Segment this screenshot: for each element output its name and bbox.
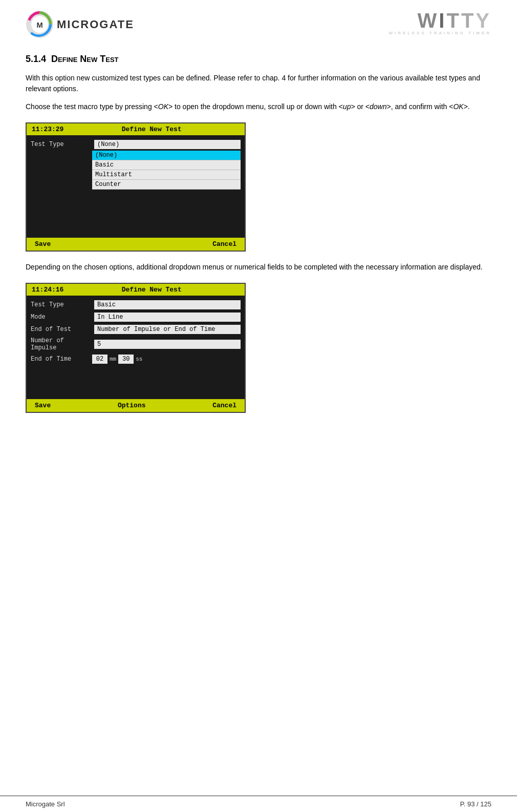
paragraph-1: With this option new customized test typ… — [26, 73, 491, 94]
screen2-ss-unit: ss — [136, 356, 142, 362]
footer-page: P. 93 / 125 — [460, 800, 491, 808]
screen2-mm-unit: mm — [110, 356, 116, 362]
screen1-save-btn: Save — [35, 240, 51, 248]
screen1-testtype-label: Test Type — [31, 141, 92, 148]
screen1-testtype-value: (None) — [94, 140, 241, 149]
page-footer: Microgate Srl P. 93 / 125 — [0, 796, 517, 812]
screen-2: 11:24:16 Define New Test Test Type Basic… — [26, 283, 246, 413]
screen2-testtype-row: Test Type Basic — [27, 299, 245, 311]
witty-subtitle: WIRELESS TRAINING TIMER — [389, 31, 491, 35]
screen2-mode-label: Mode — [31, 314, 92, 321]
witty-big-text: WITTY — [389, 10, 491, 31]
screen2-endoftime-row: End of Time 02 mm 30 ss — [27, 353, 245, 365]
screen2-cancel-btn: Cancel — [212, 402, 236, 409]
screen2-endoftest-row: End of Test Number of Impulse or End of … — [27, 323, 245, 336]
screen2-testtype-label: Test Type — [31, 301, 92, 308]
screen2-footer: Save Options Cancel — [27, 399, 245, 412]
dropdown-item-counter: Counter — [92, 180, 241, 190]
screen2-time: 11:24:16 — [32, 286, 63, 294]
screen-1: 11:23:29 Define New Test Test Type (None… — [26, 122, 246, 252]
screen1-dropdown: (None) Basic Multistart Counter — [92, 151, 241, 190]
screen2-body: Test Type Basic Mode In Line End of Test… — [27, 296, 245, 399]
dropdown-item-none: (None) — [92, 151, 241, 160]
screen2-options-btn: Options — [118, 402, 146, 409]
screen2-endoftime-label: End of Time — [31, 356, 92, 363]
microgate-logo: M MICROGATE — [26, 10, 134, 38]
screen2-mode-row: Mode In Line — [27, 311, 245, 323]
screen2-endoftime-value: 02 mm 30 ss — [92, 355, 142, 364]
screen2-title: Define New Test — [122, 286, 182, 294]
screen2-testtype-value: Basic — [94, 300, 241, 309]
screen2-numimpulse-value: 5 — [94, 340, 241, 349]
screen1-cancel-btn: Cancel — [212, 240, 236, 248]
screen2-titlebar: 11:24:16 Define New Test — [27, 284, 245, 296]
screen1-testtype-row: Test Type (None) — [27, 138, 245, 151]
screen1-footer: Save Cancel — [27, 238, 245, 251]
witty-logo: WITTY WIRELESS TRAINING TIMER — [389, 10, 491, 35]
dropdown-item-multistart: Multistart — [92, 170, 241, 180]
footer-company: Microgate Srl — [26, 800, 65, 808]
screen1-titlebar: 11:23:29 Define New Test — [27, 123, 245, 135]
screen2-save-btn: Save — [35, 402, 51, 409]
screen1-body: Test Type (None) (None) Basic Multistart… — [27, 135, 245, 238]
svg-text:M: M — [36, 21, 42, 29]
section-title: 5.1.4 Define New Test — [26, 54, 491, 65]
paragraph-2: Choose the test macro type by pressing <… — [26, 101, 491, 112]
page-header: M MICROGATE WITTY WIRELESS TRAINING TIME… — [26, 10, 491, 38]
screen2-endoftest-value: Number of Impulse or End of Time — [94, 325, 241, 334]
screen2-mm-value: 02 — [92, 355, 107, 364]
section-number: 5.1.4 — [26, 54, 51, 64]
screen2-mode-value: In Line — [94, 313, 241, 322]
screen2-ss-value: 30 — [118, 355, 134, 364]
microgate-text-label: MICROGATE — [57, 18, 134, 31]
paragraph-3: Depending on the chosen options, additio… — [26, 262, 491, 273]
screen1-time: 11:23:29 — [32, 126, 63, 133]
screen1-title: Define New Test — [122, 126, 182, 133]
section-title-text: Define New Test — [51, 54, 119, 64]
microgate-logo-icon: M — [26, 10, 54, 38]
screen2-numimpulse-row: Number of Impulse 5 — [27, 336, 245, 353]
dropdown-item-basic: Basic — [92, 160, 241, 170]
screen2-endoftest-label: End of Test — [31, 326, 92, 333]
screen2-numimpulse-label: Number of Impulse — [31, 337, 92, 351]
